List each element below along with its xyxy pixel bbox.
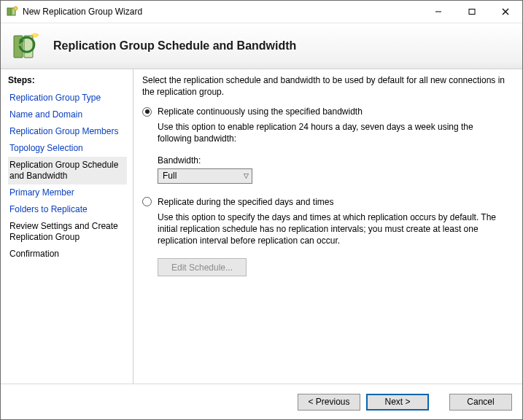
wizard-content: Select the replication schedule and band… xyxy=(133,69,522,384)
wizard-footer: < Previous Next > Cancel xyxy=(1,384,522,419)
step-review-settings: Review Settings and Create Replication G… xyxy=(8,218,127,246)
svg-point-13 xyxy=(34,34,36,36)
window-controls xyxy=(422,1,522,23)
close-button[interactable] xyxy=(489,1,522,23)
steps-title: Steps: xyxy=(8,75,127,85)
step-folders-to-replicate[interactable]: Folders to Replicate xyxy=(8,201,127,218)
cancel-button[interactable]: Cancel xyxy=(449,394,512,411)
svg-point-2 xyxy=(14,7,18,10)
step-schedule-and-bandwidth: Replication Group Schedule and Bandwidth xyxy=(8,157,127,184)
radio-icon xyxy=(142,107,152,117)
previous-button[interactable]: < Previous xyxy=(298,394,360,411)
bandwidth-value: Full xyxy=(163,171,177,181)
option-continuous-desc: Use this option to enable replication 24… xyxy=(158,121,508,144)
step-name-and-domain[interactable]: Name and Domain xyxy=(8,106,127,123)
intro-text: Select the replication schedule and band… xyxy=(142,75,508,98)
app-icon xyxy=(7,6,18,18)
step-confirmation: Confirmation xyxy=(8,246,127,262)
bandwidth-dropdown[interactable]: Full ▽ xyxy=(158,168,252,184)
svg-rect-4 xyxy=(469,9,475,15)
option-scheduled: Replicate during the specified days and … xyxy=(142,197,508,277)
wizard-heading: Replication Group Schedule and Bandwidth xyxy=(53,39,296,52)
step-replication-group-members[interactable]: Replication Group Members xyxy=(8,123,127,140)
edit-schedule-button: Edit Schedule... xyxy=(158,258,247,276)
minimize-button[interactable] xyxy=(422,1,455,23)
wizard-body: Steps: Replication Group Type Name and D… xyxy=(1,69,522,384)
window-title: New Replication Group Wizard xyxy=(23,7,422,17)
maximize-button[interactable] xyxy=(455,1,489,23)
bandwidth-label: Bandwidth: xyxy=(158,155,508,166)
step-topology-selection[interactable]: Topology Selection xyxy=(8,140,127,157)
option-scheduled-desc: Use this option to specify the days and … xyxy=(158,211,508,247)
svg-rect-0 xyxy=(7,8,11,15)
wizard-header: Replication Group Schedule and Bandwidth xyxy=(1,23,522,69)
chevron-down-icon: ▽ xyxy=(244,172,249,179)
next-button[interactable]: Next > xyxy=(366,394,429,411)
radio-icon xyxy=(142,197,152,206)
wizard-header-icon xyxy=(11,30,43,62)
step-replication-group-type[interactable]: Replication Group Type xyxy=(8,90,127,106)
radio-continuous[interactable]: Replicate continuously using the specifi… xyxy=(142,106,508,117)
radio-scheduled[interactable]: Replicate during the specified days and … xyxy=(142,197,508,207)
wizard-window: New Replication Group Wizard xyxy=(0,0,523,420)
titlebar: New Replication Group Wizard xyxy=(1,1,522,23)
option-continuous: Replicate continuously using the specifi… xyxy=(142,106,508,183)
steps-sidebar: Steps: Replication Group Type Name and D… xyxy=(1,69,133,384)
radio-scheduled-label: Replicate during the specified days and … xyxy=(158,197,333,207)
radio-continuous-label: Replicate continuously using the specifi… xyxy=(158,106,363,117)
step-primary-member[interactable]: Primary Member xyxy=(8,184,127,201)
